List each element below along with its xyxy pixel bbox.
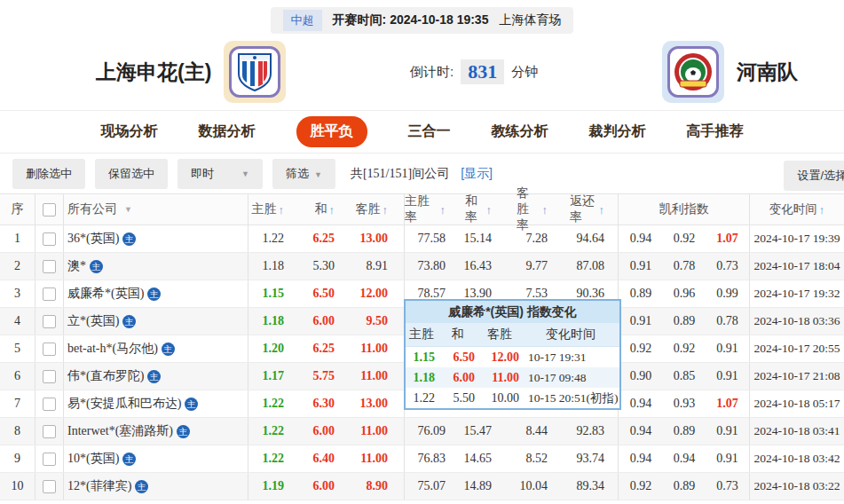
show-link[interactable]: [显示] xyxy=(461,166,493,182)
tab-referee-analysis[interactable]: 裁判分析 xyxy=(589,122,646,141)
settings-select-button[interactable]: 设置/选择 xyxy=(784,161,844,191)
draw-odds-cell: 6.00 xyxy=(291,308,348,335)
row-checkbox-cell xyxy=(35,363,64,390)
kelly-draw-cell: 0.89 xyxy=(663,308,706,335)
header-away-odds[interactable]: 客胜↑ xyxy=(348,194,405,224)
row-checkbox[interactable] xyxy=(43,315,56,328)
home-odds-cell: 1.17 xyxy=(248,363,291,390)
header-draw-odds[interactable]: 和↑ xyxy=(291,194,348,224)
header-home-rate[interactable]: 主胜率↑ xyxy=(405,194,465,224)
kelly-home-cell: 0.94 xyxy=(619,418,663,445)
company-cell[interactable]: Interwet*(塞浦路斯)主 xyxy=(64,418,248,445)
header-company-label: 所有公司 xyxy=(67,201,117,217)
row-checkbox[interactable] xyxy=(43,260,56,273)
header-draw-label: 和 xyxy=(315,201,327,217)
home-rate-cell: 75.07 xyxy=(405,473,465,500)
kelly-home-cell: 0.90 xyxy=(619,363,663,390)
table-row: 2 澳*主 1.18 5.30 8.91 73.80 16.43 9.77 87… xyxy=(0,253,844,280)
sort-asc-icon: ↑ xyxy=(599,203,605,217)
row-checkbox[interactable] xyxy=(43,453,56,466)
home-badge-icon: 主 xyxy=(122,453,136,466)
away-odds-cell: 11.00 xyxy=(348,363,405,390)
filter-dropdown[interactable]: 筛选▼ xyxy=(272,159,335,189)
tab-live-analysis[interactable]: 现场分析 xyxy=(101,122,158,141)
odds-table-header: 序 所有公司▼ 主胜↑ 和↑ 客胜↑ 主胜率↑ 和率↑ 客胜率↑ 返还率↑ 凯利… xyxy=(0,193,844,225)
header-select-all xyxy=(35,194,64,224)
home-odds-cell: 1.22 xyxy=(248,225,291,252)
header-home-odds[interactable]: 主胜↑ xyxy=(248,194,291,224)
row-checkbox[interactable] xyxy=(43,232,56,246)
header-draw-rate[interactable]: 和率↑ xyxy=(465,194,517,224)
company-cell[interactable]: 威廉希*(英国)主 xyxy=(64,280,248,307)
header-change-time[interactable]: 变化时间↑ xyxy=(750,194,844,224)
home-badge-icon: 主 xyxy=(185,398,198,411)
change-time-cell: 2024-10-18 03:42 xyxy=(750,445,844,472)
row-checkbox[interactable] xyxy=(43,287,56,301)
row-index: 8 xyxy=(0,418,35,445)
away-rate-cell: 10.04 xyxy=(517,473,570,500)
header-return-rate[interactable]: 返还率↑ xyxy=(570,194,619,224)
change-time-cell: 2024-10-17 19:32 xyxy=(750,280,844,307)
kelly-draw-cell: 0.85 xyxy=(663,363,706,390)
row-checkbox[interactable] xyxy=(43,425,56,438)
row-index: 4 xyxy=(0,308,35,335)
tab-expert-recommend[interactable]: 高手推荐 xyxy=(687,122,744,141)
company-cell[interactable]: 澳*主 xyxy=(64,253,248,280)
tab-data-analysis[interactable]: 数据分析 xyxy=(199,122,256,141)
kelly-away-cell: 0.91 xyxy=(706,363,750,390)
toolbar: 删除选中 保留选中 即时▼ 筛选▼ 共[151/151]间公司 [显示] 设置/… xyxy=(0,153,844,193)
return-rate-cell: 89.34 xyxy=(570,473,619,500)
company-cell[interactable]: 立*(英国)主 xyxy=(64,308,248,335)
kelly-home-cell: 0.94 xyxy=(619,445,663,472)
row-checkbox-cell xyxy=(35,253,64,280)
venue-name: 上海体育场 xyxy=(499,12,561,28)
instant-dropdown[interactable]: 即时▼ xyxy=(177,159,263,189)
draw-odds-cell: 5.75 xyxy=(291,363,348,390)
row-checkbox[interactable] xyxy=(43,480,56,493)
popup-change-time: 10-17 19:31 xyxy=(522,350,619,365)
header-away-rate[interactable]: 客胜率↑ xyxy=(517,194,570,224)
company-cell[interactable]: 12*(菲律宾)主 xyxy=(64,473,248,500)
tab-coach-analysis[interactable]: 教练分析 xyxy=(492,122,548,141)
kelly-draw-cell: 0.92 xyxy=(663,335,706,362)
row-checkbox[interactable] xyxy=(43,398,56,411)
row-checkbox[interactable] xyxy=(43,343,56,356)
header-index: 序 xyxy=(0,194,35,224)
return-rate-cell: 94.64 xyxy=(570,225,619,252)
company-cell[interactable]: 10*(英国)主 xyxy=(64,445,248,472)
home-rate-cell: 76.83 xyxy=(405,445,465,472)
tab-win-draw-lose[interactable]: 胜平负 xyxy=(296,116,367,147)
kelly-home-cell: 0.92 xyxy=(619,335,663,362)
draw-odds-cell: 6.25 xyxy=(291,225,348,252)
row-index: 7 xyxy=(0,390,35,417)
home-rate-cell: 73.80 xyxy=(405,253,465,280)
company-cell[interactable]: bet-at-h*(马尔他)主 xyxy=(64,335,248,362)
popup-header-row: 主胜 和 客胜 变化时间 xyxy=(406,323,619,347)
tab-three-in-one[interactable]: 三合一 xyxy=(408,122,451,141)
change-time-cell: 2024-10-17 20:55 xyxy=(750,335,844,362)
away-odds-cell: 8.91 xyxy=(348,253,405,280)
row-index: 5 xyxy=(0,335,35,362)
home-odds-cell: 1.20 xyxy=(248,335,291,362)
row-checkbox[interactable] xyxy=(43,370,56,383)
company-cell[interactable]: 伟*(直布罗陀)主 xyxy=(64,363,248,390)
countdown: 倒计时: 831 分钟 xyxy=(286,59,662,84)
popup-body: 1.15 6.50 12.00 10-17 19:31 1.18 6.00 11… xyxy=(406,347,619,408)
company-name: 澳* xyxy=(67,258,86,274)
popup-title: 威廉希*(英国) 指数变化 xyxy=(406,301,619,323)
away-rate-cell: 8.44 xyxy=(517,418,570,445)
analysis-tabs: 现场分析 数据分析 胜平负 三合一 教练分析 裁判分析 高手推荐 xyxy=(0,110,844,153)
delete-selected-button[interactable]: 删除选中 xyxy=(12,159,85,189)
select-all-checkbox[interactable] xyxy=(43,203,56,217)
countdown-value: 831 xyxy=(461,59,504,84)
header-company[interactable]: 所有公司▼ xyxy=(64,194,248,224)
away-rate-cell: 9.77 xyxy=(517,253,570,280)
draw-odds-cell: 5.30 xyxy=(291,253,348,280)
keep-selected-button[interactable]: 保留选中 xyxy=(95,159,168,189)
countdown-unit: 分钟 xyxy=(511,64,538,81)
league-badge[interactable]: 中超 xyxy=(283,10,322,31)
company-cell[interactable]: 易*(安提瓜和巴布达)主 xyxy=(64,390,248,417)
company-cell[interactable]: 36*(英国)主 xyxy=(64,225,248,252)
change-time-cell: 2024-10-18 03:41 xyxy=(750,418,844,445)
company-name: bet-at-h*(马尔他) xyxy=(67,341,158,357)
